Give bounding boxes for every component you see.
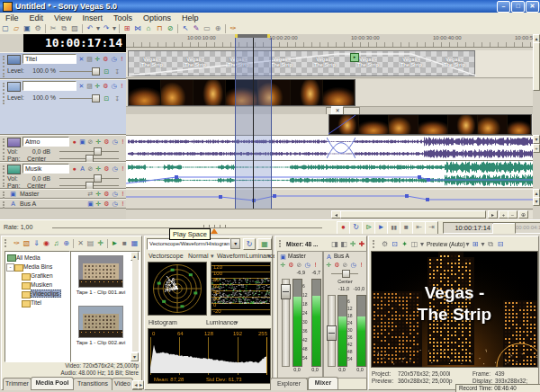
auto-ripple-icon[interactable]: ⌂: [143, 23, 154, 33]
media-properties-icon[interactable]: ▤: [86, 238, 95, 248]
scroll-down-icon[interactable]: ▾: [130, 352, 139, 361]
tab-trimmer[interactable]: Trimmer: [3, 378, 32, 390]
bus-a-envelope-lane[interactable]: [126, 189, 533, 209]
bus-pan-handle[interactable]: [342, 270, 350, 278]
go-to-start-button[interactable]: ⇤: [412, 221, 426, 235]
refresh-scope-icon[interactable]: ↻: [243, 238, 256, 250]
copy-icon[interactable]: ⧉: [58, 23, 69, 33]
save-project-icon[interactable]: ▣: [22, 23, 32, 33]
insert-fx-icon[interactable]: ✛: [94, 165, 103, 173]
volume-slider-handle[interactable]: [94, 174, 102, 183]
track-header-video2[interactable]: ✕ ▨ ✛ ⚙ ◷ ! Level: 100.0 % ⊡ ↧: [0, 79, 126, 135]
bypass-automation-icon[interactable]: ◷: [111, 165, 119, 173]
automation-settings-icon[interactable]: ⚙: [287, 261, 295, 269]
automation-settings-icon[interactable]: ⚙: [103, 165, 111, 173]
lock-envelopes-icon[interactable]: ⊓: [154, 23, 165, 33]
bypass-motion-blur-icon[interactable]: ✕: [77, 55, 86, 63]
views-icon[interactable]: ▦: [130, 238, 140, 248]
volume-slider[interactable]: [59, 151, 119, 152]
pause-button[interactable]: ▮▮: [387, 221, 400, 235]
histogram-mode-arrow[interactable]: ▾: [235, 319, 238, 326]
track-fx-icon[interactable]: ✛: [94, 55, 102, 63]
split-screen-view-icon[interactable]: ◫: [410, 239, 419, 249]
media-bins-tree[interactable]: All Media - Media Bins Grafiken Musiken …: [4, 251, 70, 362]
zoom-out-time-icon[interactable]: −: [508, 210, 518, 218]
selection-length-display[interactable]: [492, 222, 516, 224]
vectorscope-mode-dropdown[interactable]: Normal: [188, 253, 209, 260]
automation-settings-icon[interactable]: ⚙: [102, 82, 110, 90]
auto-crossfade-icon[interactable]: ⋈: [132, 23, 143, 33]
volume-slider[interactable]: [59, 178, 119, 179]
zoom-tool-icon[interactable]: ⊕: [212, 23, 223, 33]
tab-media-pool[interactable]: Media Pool: [31, 377, 74, 389]
insert-fx-icon[interactable]: ✛: [94, 138, 103, 146]
go-to-end-button[interactable]: ⇥: [425, 221, 438, 235]
phase-invert-icon[interactable]: ⊘: [86, 165, 94, 173]
title-track-lane[interactable]: Vegas -The Strip Vegas -The Strip Vegas …: [126, 50, 533, 78]
scroll-down-icon[interactable]: ▾: [533, 197, 540, 206]
level-slider[interactable]: [59, 71, 97, 72]
bus-fader-handle[interactable]: [327, 325, 337, 341]
routing-icon[interactable]: ▣: [86, 200, 94, 208]
video-track-a-lane[interactable]: [126, 79, 533, 106]
track-header-titel[interactable]: Titel ✕ ▨ ✛ ⚙ ◷ ! Level: 100.0 % ⊡ ↧: [0, 52, 126, 79]
capture-video-icon[interactable]: ◉: [41, 238, 51, 248]
enable-snapping-icon[interactable]: ⊞: [122, 23, 132, 33]
zoom-edit-tool-icon[interactable]: ⊕: [518, 210, 528, 218]
tree-item-musiken[interactable]: Musiken: [5, 280, 69, 289]
project-properties-icon[interactable]: ⚙: [32, 23, 43, 33]
stop-button[interactable]: ■: [400, 221, 413, 235]
bypass-automation-icon[interactable]: ◷: [110, 82, 118, 90]
dim-output-icon[interactable]: ◧: [339, 239, 348, 249]
external-monitor-icon[interactable]: ⊡: [390, 239, 400, 249]
extract-audio-icon[interactable]: ♫: [51, 238, 61, 248]
track-name-input[interactable]: [22, 81, 76, 91]
insert-fx-icon[interactable]: ✛: [94, 200, 103, 208]
track-name-input[interactable]: Atmo: [22, 137, 69, 147]
track-motion-icon[interactable]: ▨: [86, 82, 94, 90]
undo-icon[interactable]: ↶: [85, 23, 95, 33]
bus-assignment-icon[interactable]: A: [78, 165, 86, 173]
level-slider[interactable]: [59, 98, 97, 99]
title-clip[interactable]: Vegas -The Strip Vegas -The Strip Vegas …: [128, 50, 475, 76]
panel-grip[interactable]: [4, 239, 10, 247]
downmix-output-icon[interactable]: ◨: [330, 239, 339, 249]
make-compositing-child-icon[interactable]: ↧: [113, 67, 122, 76]
tree-item-grafiken[interactable]: Grafiken: [5, 271, 69, 280]
list-scrollbar[interactable]: [132, 260, 139, 352]
menu-view[interactable]: View: [49, 13, 76, 22]
compositing-mode-icon[interactable]: ⊡: [103, 94, 111, 102]
insert-fx-icon[interactable]: ✛: [325, 261, 333, 269]
remove-media-icon[interactable]: ✕: [76, 238, 86, 248]
generated-media-icon[interactable]: ▸: [350, 53, 359, 62]
record-button[interactable]: ●: [337, 221, 350, 235]
media-fx-icon[interactable]: ✛: [95, 238, 105, 248]
play-button[interactable]: ►: [374, 221, 388, 235]
panel-grip[interactable]: [279, 240, 284, 247]
start-preview-icon[interactable]: ►: [110, 238, 120, 248]
insert-fx-icon[interactable]: ✛: [94, 190, 103, 198]
tab-scroll-right-icon[interactable]: ▸: [138, 380, 144, 389]
time-ruler[interactable]: 10:00:10:00 10:00:20:00 10:00:30:00 10:0…: [126, 34, 533, 48]
stop-preview-icon[interactable]: ■: [120, 238, 130, 248]
musik-audio-lane[interactable]: [126, 160, 533, 188]
selection-tool-icon[interactable]: ▭: [202, 23, 212, 33]
track-header-musik[interactable]: Musik ● A ⊘ ✛ ⚙ ◷ ! Vol: 0,0 dB Pan: Cen…: [0, 162, 126, 189]
tab-transitions[interactable]: Transitions: [73, 378, 112, 390]
loop-playback-button[interactable]: ↻: [349, 221, 363, 235]
paste-icon[interactable]: ▨: [69, 23, 80, 33]
scroll-down-icon[interactable]: ▾: [533, 135, 540, 144]
bypass-automation-icon[interactable]: ◷: [303, 261, 311, 269]
redo-dropdown-icon[interactable]: ▾: [112, 23, 117, 33]
insert-fx-icon[interactable]: ✛: [279, 261, 287, 269]
selection-end-display[interactable]: 00:00:04:11: [515, 222, 540, 234]
play-from-start-button[interactable]: ⊳: [362, 221, 375, 235]
video-track-b-lane[interactable]: [126, 114, 533, 136]
minimize-button[interactable]: –: [497, 1, 510, 13]
mute-icon[interactable]: ⊘: [341, 261, 349, 269]
import-media-icon[interactable]: ⇓: [32, 238, 41, 248]
maximize-button[interactable]: □: [511, 1, 525, 13]
menu-tools[interactable]: Tools: [108, 13, 138, 22]
save-snapshot-icon[interactable]: ⊟: [496, 239, 506, 249]
pan-slider[interactable]: [59, 185, 119, 186]
